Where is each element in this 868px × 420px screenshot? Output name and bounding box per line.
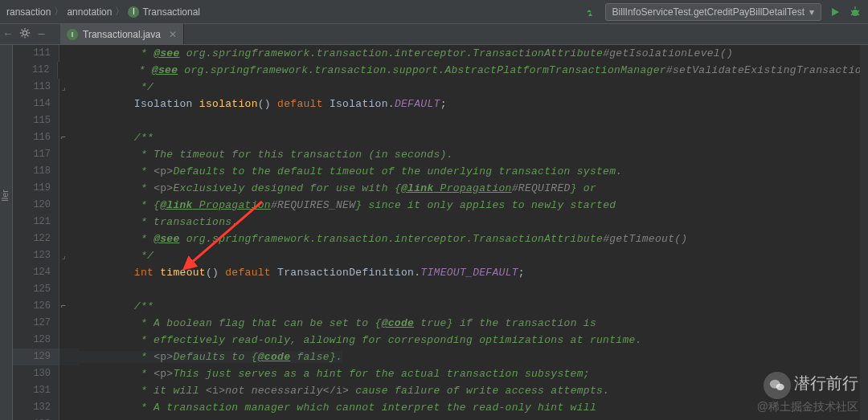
line-number: 132	[13, 399, 59, 416]
fold-end-icon[interactable]: ⌟	[61, 251, 66, 261]
breadcrumb: ransaction 〉 annotation 〉 I Transactiona…	[6, 5, 200, 18]
editor-main: ller 111 * @see org.springframework.tran…	[0, 45, 868, 420]
line-number: 121	[13, 214, 59, 230]
collapse-icon[interactable]: —	[39, 28, 45, 40]
line-number: 111	[13, 45, 59, 62]
fold-start-icon[interactable]: ⌐	[61, 302, 66, 311]
line-number: 112	[13, 62, 58, 79]
line-number: 126	[13, 298, 59, 315]
line-number: 117	[13, 146, 59, 163]
svg-point-1	[23, 31, 27, 35]
top-toolbar: ransaction 〉 annotation 〉 I Transactiona…	[0, 0, 868, 24]
fold-end-icon[interactable]: ⌟	[61, 83, 66, 92]
line-number: 116	[13, 129, 59, 146]
interface-icon: I	[128, 6, 139, 18]
fold-start-icon[interactable]: ⌐	[61, 133, 66, 142]
chevron-right-icon: 〉	[54, 5, 63, 18]
line-number: 129	[13, 349, 59, 365]
watermark: 潜行前行 @稀土掘金技术社区	[757, 372, 858, 415]
editor-tab[interactable]: I Transactional.java ✕	[60, 24, 184, 44]
tab-label: Transactional.java	[83, 29, 161, 40]
breadcrumb-item[interactable]: ransaction	[6, 6, 51, 18]
editor-tab-bar: ← — I Transactional.java ✕	[0, 24, 868, 45]
gear-icon[interactable]	[19, 27, 31, 42]
line-number: 128	[13, 332, 59, 349]
back-icon[interactable]: ←	[5, 28, 11, 40]
interface-icon: I	[67, 29, 78, 40]
line-number: 119	[13, 180, 59, 197]
tool-window-label[interactable]: ller	[0, 190, 10, 202]
line-number: 123	[13, 247, 59, 264]
line-number: 115	[13, 112, 59, 129]
line-number: 125	[13, 281, 59, 298]
line-number: 120	[13, 197, 59, 214]
run-toolbar: BillInfoServiceTest.getCreditPayBillDeta…	[584, 3, 862, 21]
line-number: 131	[13, 382, 59, 399]
breadcrumb-item[interactable]: annotation	[67, 6, 112, 18]
line-number: 122	[13, 230, 59, 247]
line-number: 124	[13, 264, 59, 281]
line-number: 133	[13, 416, 59, 420]
line-number: 114	[13, 96, 59, 112]
build-icon[interactable]	[584, 6, 597, 18]
wechat-icon	[764, 372, 791, 399]
svg-point-0	[852, 10, 858, 16]
run-button[interactable]	[829, 6, 841, 18]
watermark-sub: @稀土掘金技术社区	[757, 400, 858, 413]
editor-error-stripe[interactable]	[860, 45, 868, 420]
line-number: 127	[13, 315, 59, 332]
breadcrumb-item[interactable]: Transactional	[142, 6, 200, 18]
run-config-label: BillInfoServiceTest.getCreditPayBillDeta…	[612, 6, 805, 18]
close-icon[interactable]: ✕	[169, 29, 177, 40]
line-number: 130	[13, 365, 59, 382]
code-editor[interactable]: 111 * @see org.springframework.transacti…	[13, 45, 868, 420]
watermark-title: 潜行前行	[794, 374, 858, 392]
run-config-select[interactable]: BillInfoServiceTest.getCreditPayBillDeta…	[605, 3, 821, 21]
svg-point-5	[776, 384, 784, 390]
chevron-right-icon: 〉	[115, 5, 125, 18]
line-number: 113	[13, 79, 59, 96]
left-gutter-strip: ller	[0, 45, 13, 420]
chevron-down-icon: ▾	[809, 6, 814, 18]
debug-button[interactable]	[849, 6, 862, 18]
line-number: 118	[13, 163, 59, 180]
